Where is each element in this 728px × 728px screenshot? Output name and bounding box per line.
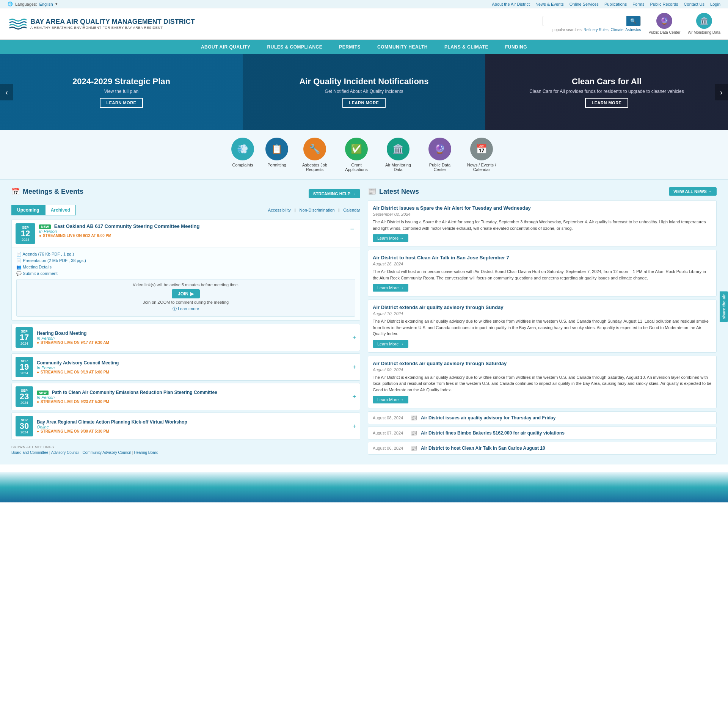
- hero-cta-2[interactable]: LEARN MORE: [342, 98, 386, 108]
- logo-text: Bay Area Air Quality Management District…: [30, 18, 195, 30]
- view-all-news-button[interactable]: VIEW ALL NEWS →: [669, 187, 717, 196]
- expand-event-2[interactable]: +: [353, 334, 356, 341]
- streaming-help-button[interactable]: STREAMING HELP →: [309, 189, 360, 198]
- news-list-item-3: August 06, 2024 📰 Air District to host C…: [368, 442, 717, 455]
- nav-plans[interactable]: Plans & Climate: [436, 40, 497, 54]
- tab-archived[interactable]: Archived: [45, 205, 76, 215]
- news-list-link-2[interactable]: Air District fines Bimbo Bakeries $162,0…: [421, 430, 565, 436]
- public-records-link[interactable]: Public Records: [650, 2, 678, 6]
- air-monitoring-data-icon: 🏛️: [387, 138, 410, 160]
- event-card-header-1: SEP 12 2024 NEW East Oakland AB 617 Comm…: [12, 220, 360, 248]
- event-card-2: SEP 17 2024 Hearing Board Meeting In Per…: [11, 324, 360, 351]
- event-info-1: NEW East Oakland AB 617 Community Steeri…: [39, 223, 344, 244]
- hearing-board-link[interactable]: Hearing Board: [134, 450, 158, 455]
- learn-more-link[interactable]: ⓘ Learn more: [20, 306, 352, 312]
- news-learn-more-1[interactable]: Learn More →: [373, 234, 408, 242]
- news-list-link-3[interactable]: Air District to host Clean Air Talk in S…: [421, 446, 545, 451]
- event-toggle-1[interactable]: −: [348, 223, 356, 244]
- nav-funding[interactable]: Funding: [497, 40, 535, 54]
- event-date-1: SEP 12 2024: [16, 223, 35, 244]
- event-info-2: Hearing Board Meeting In Person STREAMIN…: [37, 331, 349, 345]
- news-list-link-1[interactable]: Air District issues air quality advisory…: [421, 415, 555, 420]
- chevron-down-icon: ▾: [55, 2, 58, 6]
- icon-permitting[interactable]: 📋 Permitting: [265, 138, 288, 172]
- utility-bar: 🌐 Languages: English ▾ About the Air Dis…: [0, 0, 728, 8]
- main-content: 📅 Meetings & Events STREAMING HELP → Upc…: [0, 180, 728, 464]
- popular-search-climate[interactable]: Climate: [610, 28, 623, 32]
- globe-icon: 🌐: [8, 2, 13, 6]
- icon-news-events[interactable]: 📅 News / Events / Calendar: [466, 138, 497, 172]
- news-card-4: Air District extends air quality advisor…: [368, 356, 717, 409]
- hero-next-button[interactable]: ›: [715, 84, 728, 100]
- presentation-link[interactable]: 📄 Presentation (2 Mb PDF , 38 pgs.): [16, 258, 355, 263]
- search-button[interactable]: 🔍: [626, 16, 640, 26]
- icon-complaints[interactable]: 💨 Complaints: [231, 138, 254, 172]
- main-navigation: About Air Quality Rules & Compliance Per…: [0, 40, 728, 54]
- popular-search-asbestos[interactable]: Asbestos: [625, 28, 641, 32]
- event-expanded-1: 📄 Agenda (76 Kb PDF , 1 pg.) 📄 Presentat…: [12, 248, 360, 320]
- community-advisory-link[interactable]: Community Advisory Council: [83, 450, 131, 455]
- hero-cta-3[interactable]: LEARN MORE: [585, 98, 629, 108]
- public-data-center-link[interactable]: 🔮 Public Data Center: [648, 13, 680, 35]
- permitting-icon: 📋: [265, 138, 288, 160]
- non-discrimination-link[interactable]: Non-Discrimination: [300, 208, 335, 212]
- board-committee-link[interactable]: Board and Committee: [11, 450, 48, 455]
- news-list-icon-2: 📰: [411, 430, 417, 436]
- news-title: 📰 Latest News: [368, 187, 419, 196]
- news-events-link[interactable]: News & Events: [535, 2, 564, 6]
- publications-link[interactable]: Publications: [604, 2, 627, 6]
- expand-event-4[interactable]: +: [353, 393, 356, 400]
- nav-community[interactable]: Community Health: [369, 40, 436, 54]
- nav-about-air[interactable]: About Air Quality: [193, 40, 259, 54]
- accessibility-link[interactable]: Accessibility: [268, 208, 291, 212]
- login-link[interactable]: Login: [710, 2, 720, 6]
- news-list-item-1: August 08, 2024 📰 Air District issues ai…: [368, 411, 717, 424]
- popular-searches: popular searches: Refinery Rules, Climat…: [552, 28, 641, 32]
- news-list-icon-1: 📰: [411, 415, 417, 421]
- expand-event-3[interactable]: +: [353, 364, 356, 370]
- icon-air-monitoring[interactable]: 🏛️ Air Monitoring Data: [383, 138, 413, 172]
- hero-cta-1[interactable]: LEARN MORE: [100, 98, 143, 108]
- tab-upcoming[interactable]: Upcoming: [11, 205, 45, 215]
- public-data-icon: 🔮: [656, 13, 672, 29]
- meetings-icon: 📅: [11, 187, 20, 196]
- hero-carousel: ‹ 2024-2029 Strategic Plan View the full…: [0, 54, 728, 130]
- event-date-4: SEP 23 2024: [16, 386, 33, 407]
- popular-search-refinery[interactable]: Refinery Rules: [584, 28, 609, 32]
- news-events-calendar-icon: 📅: [470, 138, 493, 160]
- air-monitoring-link[interactable]: 🏛️ Air Monitoring Data: [688, 13, 720, 35]
- join-button[interactable]: JOIN ▶: [172, 289, 200, 298]
- news-learn-more-3[interactable]: Learn More →: [373, 340, 408, 348]
- event-info-5: Bay Area Regional Climate Action Plannin…: [37, 419, 349, 433]
- calendar-link[interactable]: Calendar: [343, 208, 360, 212]
- nav-permits[interactable]: Permits: [331, 40, 369, 54]
- icon-public-data[interactable]: 🔮 Public Data Center: [425, 138, 455, 172]
- news-learn-more-2[interactable]: Learn More →: [373, 284, 408, 292]
- online-services-link[interactable]: Online Services: [570, 2, 599, 6]
- tabs-right: Accessibility | Non-Discrimination | Cal…: [268, 208, 360, 212]
- nav-rules[interactable]: Rules & Compliance: [259, 40, 331, 54]
- news-learn-more-4[interactable]: Learn More →: [373, 396, 408, 403]
- logo[interactable]: Bay Area Air Quality Management District…: [8, 14, 195, 33]
- contact-link[interactable]: Contact Us: [684, 2, 704, 6]
- expand-event-5[interactable]: +: [353, 423, 356, 430]
- agenda-link[interactable]: 📄 Agenda (76 Kb PDF , 1 pg.): [16, 252, 355, 257]
- forms-link[interactable]: Forms: [632, 2, 644, 6]
- about-link[interactable]: About the Air District: [492, 2, 530, 6]
- event-card-4: SEP 23 2024 NEW Path to Clean Air Commun…: [11, 383, 360, 410]
- meetings-title: 📅 Meetings & Events: [11, 187, 83, 196]
- meeting-details-link[interactable]: 👥 Meeting Details: [16, 265, 355, 270]
- language-selector[interactable]: 🌐 Languages: English ▾: [8, 2, 58, 6]
- icon-grants[interactable]: ✅ Grant Applications: [341, 138, 372, 172]
- share-sidebar[interactable]: share the air: [720, 291, 728, 322]
- hero-prev-button[interactable]: ‹: [0, 84, 13, 100]
- news-list-icon-3: 📰: [411, 445, 417, 451]
- submit-comment-link[interactable]: 💬 Submit a comment: [16, 271, 355, 276]
- event-date-5: SEP 30 2024: [16, 416, 33, 436]
- icon-asbestos[interactable]: 🔧 Asbestos Job Requests: [300, 138, 330, 172]
- utility-nav: About the Air District News & Events Onl…: [487, 2, 720, 6]
- news-card-3: Air District extends air quality advisor…: [368, 300, 717, 353]
- header-quick-links: 🔮 Public Data Center 🏛️ Air Monitoring D…: [648, 13, 720, 35]
- advisory-council-link[interactable]: Advisory Council: [51, 450, 79, 455]
- search-input[interactable]: [543, 16, 626, 25]
